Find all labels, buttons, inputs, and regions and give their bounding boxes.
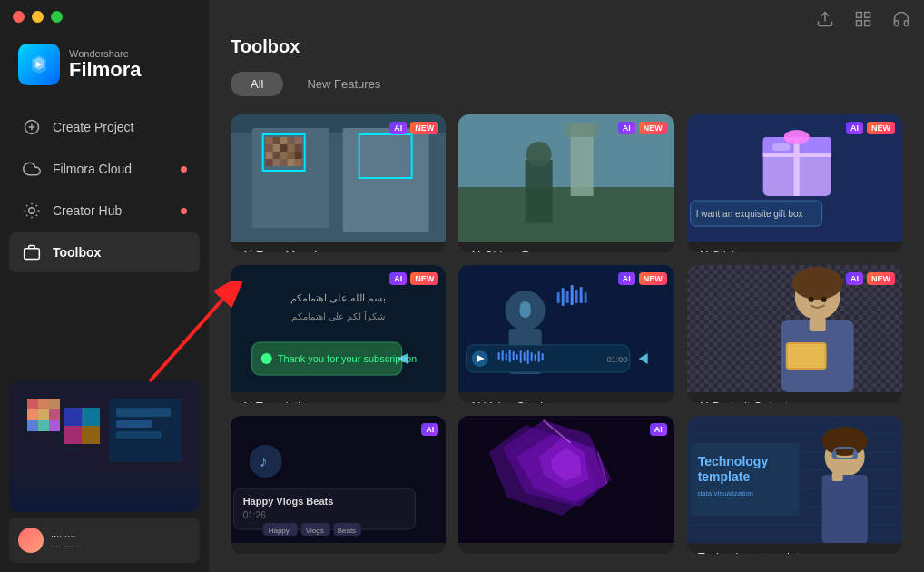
logo-area: Wondershare Filmora	[0, 36, 209, 107]
svg-rect-20	[64, 408, 82, 426]
svg-rect-22	[64, 426, 82, 444]
svg-point-148	[821, 427, 867, 456]
svg-rect-33	[273, 137, 280, 144]
svg-rect-45	[288, 152, 295, 159]
traffic-light-yellow[interactable]	[32, 11, 44, 23]
svg-rect-156	[831, 451, 836, 459]
user-sub: ···· ···· ··	[51, 541, 81, 551]
svg-rect-3	[857, 21, 862, 26]
logo-text: Wondershare Filmora	[69, 48, 141, 81]
badge-ai-3: AI	[846, 122, 863, 134]
badges-translation: AI NEW	[389, 272, 438, 285]
sidebar-item-creator-hub[interactable]: Creator Hub	[9, 191, 200, 231]
cloud-upload-icon[interactable]	[815, 9, 835, 29]
svg-rect-95	[509, 350, 511, 362]
tool-card-object-remover[interactable]: AI NEW AI Object Remover	[458, 114, 673, 252]
tab-new-features[interactable]: New Features	[287, 72, 400, 96]
tool-name-object-remover: AI Object Remover	[469, 249, 663, 252]
svg-text:Happy: Happy	[269, 527, 290, 535]
svg-rect-59	[566, 123, 598, 137]
sidebar-item-filmora-cloud[interactable]: Filmora Cloud	[9, 149, 200, 189]
thumb-sticker: I want an exquisite gift box AI NEW	[687, 114, 902, 242]
svg-rect-13	[49, 399, 60, 409]
tool-info-face-mosaic: AI Face Mosaic	[231, 242, 446, 252]
tool-name-translation: AI Translation	[241, 399, 435, 403]
thumb-portrait: AI NEW	[687, 265, 902, 392]
briefcase-icon	[22, 242, 42, 262]
svg-rect-38	[273, 144, 280, 152]
tool-card-face-mosaic[interactable]: AI NEW AI Face Mosaic	[231, 114, 446, 252]
svg-rect-36	[295, 137, 302, 144]
tool-card-portrait[interactable]: AI NEW AI Portrait Cutout	[687, 265, 902, 403]
headphone-icon[interactable]	[891, 9, 911, 29]
svg-rect-1	[857, 13, 862, 18]
tool-name-voice: AI Voice Cloning	[469, 399, 663, 403]
creator-hub-dot	[181, 208, 187, 214]
svg-rect-21	[82, 408, 100, 426]
svg-text:♪: ♪	[260, 452, 268, 470]
svg-rect-97	[516, 354, 518, 360]
badges-voice: AI NEW	[618, 272, 667, 285]
svg-rect-23	[82, 426, 100, 444]
tool-info-tech: Technology template	[687, 543, 902, 554]
traffic-light-green[interactable]	[51, 11, 63, 23]
nav-items: Create Project Filmora Cloud Creator Hub	[0, 107, 209, 272]
svg-rect-99	[524, 352, 526, 361]
svg-rect-37	[266, 144, 273, 152]
svg-rect-50	[288, 159, 295, 166]
svg-point-119	[821, 297, 826, 302]
svg-rect-68	[772, 143, 790, 151]
sidebar-item-toolbox[interactable]: Toolbox	[9, 232, 200, 272]
svg-rect-87	[580, 287, 583, 303]
tool-name-tech: Technology template	[698, 550, 891, 554]
svg-text:Vlogs: Vlogs	[306, 527, 324, 535]
badge-new-3: NEW	[867, 122, 895, 134]
tool-info-sticker: AI Sticker	[687, 242, 902, 252]
tool-card-abstract[interactable]: AI	[458, 416, 673, 554]
svg-rect-84	[566, 291, 569, 303]
svg-rect-150	[831, 472, 842, 481]
thumb-translation: بسم الله على اهتمامكم شكراً لكم على اهتم…	[231, 265, 446, 392]
tool-card-tech[interactable]: Technology template data visualization T…	[687, 416, 902, 554]
sidebar-card-2[interactable]: ···· ···· ···· ···· ··	[9, 518, 200, 563]
svg-rect-93	[502, 350, 504, 361]
svg-rect-98	[520, 350, 522, 363]
badges-object-remover: AI NEW	[618, 122, 667, 134]
tool-info-object-remover: AI Object Remover	[458, 242, 673, 252]
sidebar-item-create-project[interactable]: Create Project	[9, 107, 200, 147]
tool-card-voice[interactable]: 01:00 AI NEW AI Voice Cloning	[458, 265, 673, 403]
badges-music: AI	[421, 423, 438, 436]
user-name: ···· ····	[51, 530, 81, 541]
page-title: Toolbox	[231, 36, 902, 57]
top-right-icons	[815, 9, 911, 29]
thumb-abstract: AI	[458, 416, 673, 543]
user-info: ···· ···· ···· ···· ··	[51, 530, 81, 551]
svg-text:بسم الله على اهتمامكم: بسم الله على اهتمامكم	[290, 292, 386, 304]
tool-card-sticker[interactable]: I want an exquisite gift box AI NEW AI S…	[687, 114, 902, 252]
svg-rect-9	[25, 249, 40, 260]
svg-rect-44	[280, 152, 288, 159]
svg-rect-157	[852, 451, 857, 459]
plus-circle-icon	[22, 117, 42, 137]
svg-rect-82	[557, 292, 560, 303]
svg-point-8	[29, 208, 35, 214]
badge-new-4: NEW	[410, 272, 438, 285]
grid-icon[interactable]	[853, 9, 873, 29]
tool-card-translation[interactable]: بسم الله على اهتمامكم شكراً لكم على اهتم…	[231, 265, 446, 403]
thumb-music: ♪ Happy Vlogs Beats 01:26 Happy Vlogs Be…	[231, 416, 446, 543]
svg-point-61	[526, 142, 552, 167]
svg-point-75	[261, 353, 272, 364]
svg-rect-88	[585, 292, 587, 303]
badge-ai-8: AI	[650, 423, 667, 436]
svg-rect-28	[9, 471, 200, 512]
svg-rect-32	[266, 137, 273, 144]
svg-rect-43	[273, 152, 280, 159]
create-project-label: Create Project	[53, 120, 133, 134]
tab-all[interactable]: All	[231, 72, 283, 96]
svg-rect-11	[27, 399, 38, 409]
badges-sticker: AI NEW	[846, 122, 895, 134]
traffic-light-red[interactable]	[13, 11, 25, 23]
tool-card-music[interactable]: ♪ Happy Vlogs Beats 01:26 Happy Vlogs Be…	[231, 416, 446, 554]
sidebar-card-1[interactable]	[9, 380, 200, 512]
svg-rect-18	[38, 420, 49, 431]
